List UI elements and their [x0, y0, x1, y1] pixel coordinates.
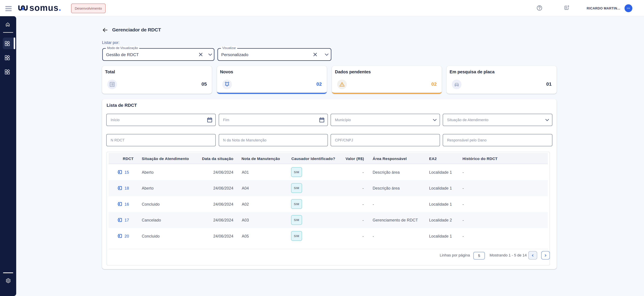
- svg-text:somus: somus: [29, 3, 58, 12]
